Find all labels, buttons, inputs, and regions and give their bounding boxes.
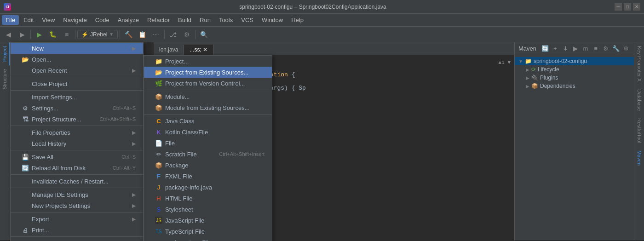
new-kotlin-class[interactable]: K Kotlin Class/File [144, 126, 272, 138]
new-stylesheet-label: Stylesheet [165, 206, 193, 213]
menu-vcs[interactable]: VCS [237, 15, 257, 25]
toolbar-debug[interactable]: 🐛 [46, 28, 59, 41]
close-button[interactable]: ✕ [633, 3, 640, 11]
right-tab-restfultool[interactable]: RestfulTool [635, 115, 644, 147]
dropdown-manage-ide[interactable]: Manage IDE Settings ▶ [11, 189, 143, 200]
dropdown-local-history-label: Local History [32, 140, 66, 147]
history-arrow: ▶ [132, 141, 136, 147]
toolbar-search[interactable]: 🔍 [197, 28, 210, 41]
new-project-existing-label: Project from Existing Sources... [165, 69, 248, 76]
new-package[interactable]: 📦 Package [144, 160, 272, 171]
maven-download-btn[interactable]: ⬇ [561, 45, 569, 53]
new-js[interactable]: JS JavaScript File [144, 215, 272, 226]
new-html[interactable]: H HTML File [144, 193, 272, 204]
dropdown-file-properties[interactable]: File Properties ▶ [11, 127, 143, 138]
minimize-button[interactable]: ─ [615, 3, 622, 11]
dependencies-expand-icon: ▶ [526, 84, 529, 89]
new-projects-arrow: ▶ [132, 203, 136, 209]
menu-edit[interactable]: Edit [20, 15, 37, 25]
dropdown-export[interactable]: Export ▶ [11, 213, 143, 224]
maven-root[interactable]: ▼ 📁 springboot-02-configu [515, 57, 634, 65]
menu-navigate[interactable]: Navigate [59, 15, 90, 25]
toolbar-back[interactable]: ◀ [2, 28, 15, 41]
module-existing-icon: 📦 [155, 104, 162, 111]
close-project-icon [22, 80, 29, 87]
toolbar-settings-sync[interactable]: ⚙ [180, 28, 193, 41]
editor-tab-2[interactable]: ...ss; ✕ [184, 45, 213, 55]
dropdown-local-history[interactable]: Local History ▶ [11, 138, 143, 149]
new-module-existing[interactable]: 📦 Module from Existing Sources... [144, 102, 272, 113]
new-file[interactable]: 📄 File [144, 138, 272, 149]
menu-help[interactable]: Help [288, 15, 307, 25]
toolbar-run-config[interactable]: ≡ [60, 28, 73, 41]
new-java-class[interactable]: C Java Class [144, 115, 272, 126]
new-ts[interactable]: TS TypeScript File [144, 226, 272, 237]
menu-file[interactable]: File [2, 15, 19, 25]
maximize-button[interactable]: □ [624, 3, 631, 11]
menu-window[interactable]: Window [258, 15, 287, 25]
menu-run[interactable]: Run [196, 15, 214, 25]
dropdown-settings[interactable]: ⚙ Settings... Ctrl+Alt+S [11, 103, 143, 114]
new-fxml[interactable]: F FXML File [144, 171, 272, 182]
jrebel-dropdown[interactable]: ⚡ JRebel ▼ [77, 30, 118, 39]
new-project[interactable]: 📁 Project... [144, 56, 272, 67]
dropdown-save-all[interactable]: 💾 Save All Ctrl+S [11, 151, 143, 162]
save-shortcut: Ctrl+S [121, 154, 136, 160]
new-project-vcs[interactable]: 🌿 Project from Version Control... [144, 78, 272, 89]
maven-toolbar: 🔄 + ⬇ ▶ m ≡ ⚙ 🔧 ⚙ [541, 45, 630, 53]
sidebar-tab-structure[interactable]: Structure [0, 65, 10, 93]
sidebar-tab-project[interactable]: Project [0, 42, 10, 65]
new-fxml-label: FXML File [165, 173, 192, 180]
new-package-json-label: package.json File [165, 239, 212, 241]
maven-config-btn[interactable]: 🔧 [612, 45, 620, 53]
scratch-icon: ✏ [155, 150, 162, 158]
dropdown-invalidate[interactable]: Invalidate Caches / Restart... [11, 176, 143, 187]
maven-dependencies[interactable]: ▶ 📦 Dependencies [515, 82, 634, 90]
menu-refactor[interactable]: Refactor [144, 15, 173, 25]
dropdown-new[interactable]: New ▶ [11, 43, 143, 54]
dropdown-import-settings[interactable]: Import Settings... [11, 92, 143, 103]
maven-settings-btn[interactable]: ⚙ [602, 45, 610, 53]
ts-icon: TS [155, 228, 162, 235]
new-stylesheet[interactable]: S Stylesheet [144, 204, 272, 215]
dropdown-print[interactable]: 🖨 Print... [11, 224, 143, 235]
menu-build[interactable]: Build [174, 15, 195, 25]
toolbar-sep1 [30, 30, 31, 39]
new-file-label: File [165, 140, 175, 147]
dropdown-open-recent[interactable]: Open Recent ▶ [11, 65, 143, 76]
menu-analyze[interactable]: Analyze [114, 15, 143, 25]
new-package-json[interactable]: npm package.json File [144, 237, 272, 241]
dropdown-open[interactable]: 📂 Open... [11, 54, 143, 65]
toolbar-git[interactable]: ⎇ [167, 28, 179, 41]
maven-plugins-btn[interactable]: ≡ [592, 45, 600, 53]
maven-refresh-btn[interactable]: 🔄 [541, 45, 549, 53]
dropdown-reload-disk[interactable]: 🔄 Reload All from Disk Ctrl+Alt+Y [11, 162, 143, 173]
dropdown-manage-ide-label: Manage IDE Settings [32, 191, 88, 198]
right-tab-maven[interactable]: Maven [635, 147, 644, 169]
dropdown-add-favorites[interactable]: ☆ Add to Favorites ▶ [11, 238, 143, 241]
dropdown-new-projects-settings[interactable]: New Projects Settings ▶ [11, 200, 143, 211]
maven-gear-btn[interactable]: ⚙ [622, 45, 630, 53]
toolbar-sdk[interactable]: 📋 [136, 28, 149, 41]
maven-lifecycle[interactable]: ▶ ⟳ Lifecycle [515, 65, 634, 74]
toolbar-build[interactable]: 🔨 [122, 28, 135, 41]
new-module[interactable]: 📦 Module... [144, 91, 272, 102]
menu-code[interactable]: Code [92, 15, 113, 25]
maven-add-btn[interactable]: + [551, 45, 559, 53]
dropdown-project-structure[interactable]: 🏗 Project Structure... Ctrl+Alt+Shift+S [11, 114, 143, 125]
maven-run-btn[interactable]: ▶ [571, 45, 580, 53]
menu-view[interactable]: View [38, 15, 58, 25]
editor-tab-1[interactable]: ion.java [154, 45, 184, 55]
toolbar-more[interactable]: ⋯ [150, 28, 162, 41]
menu-tools[interactable]: Tools [215, 15, 236, 25]
maven-plugins[interactable]: ▶ 🔌 Plugins [515, 74, 634, 82]
right-tab-key-promoter[interactable]: Key Promoter X [635, 42, 644, 86]
toolbar-forward[interactable]: ▶ [16, 28, 29, 41]
new-project-existing[interactable]: 📂 Project from Existing Sources... [144, 67, 272, 78]
right-tab-database[interactable]: Database [635, 86, 644, 115]
maven-lifecycle-btn[interactable]: m [581, 45, 590, 53]
new-scratch-file[interactable]: ✏ Scratch File Ctrl+Alt+Shift+Insert [144, 149, 272, 160]
dropdown-close-project[interactable]: Close Project [11, 78, 143, 89]
toolbar-run[interactable]: ▶ [33, 28, 46, 41]
new-package-info[interactable]: J package-info.java [144, 182, 272, 193]
